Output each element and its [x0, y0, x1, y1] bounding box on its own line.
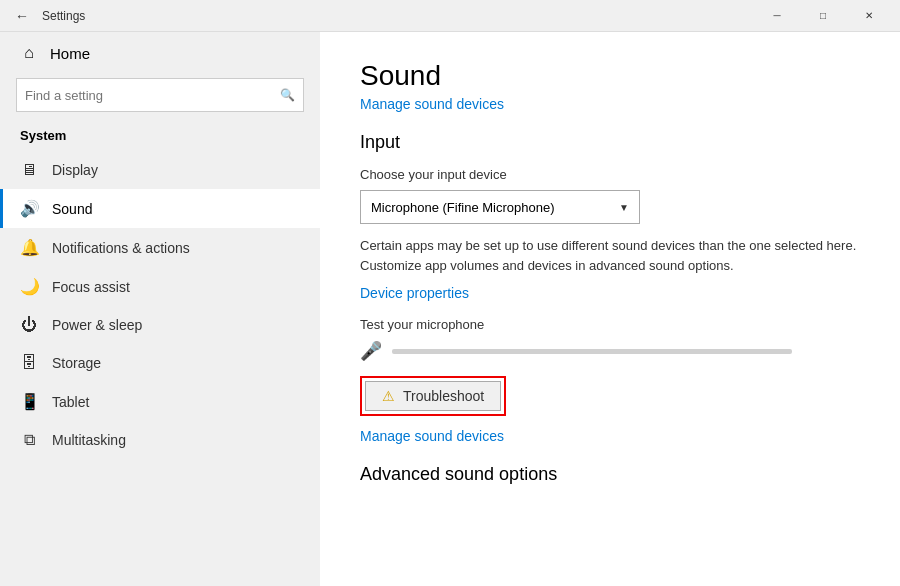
minimize-icon: ─ [773, 10, 780, 21]
microphone-icon: 🎤 [360, 340, 382, 362]
home-label: Home [50, 45, 90, 62]
info-text: Certain apps may be set up to use differ… [360, 236, 860, 275]
input-section-title: Input [360, 132, 860, 153]
power-sleep-icon: ⏻ [20, 316, 38, 334]
troubleshoot-button[interactable]: ⚠ Troubleshoot [365, 381, 501, 411]
input-device-dropdown[interactable]: Microphone (Fifine Microphone) ▼ [360, 190, 640, 224]
sidebar-item-display[interactable]: 🖥 Display [0, 151, 320, 189]
close-button[interactable]: ✕ [846, 0, 892, 32]
focus-assist-icon: 🌙 [20, 277, 38, 296]
sidebar-item-sound[interactable]: 🔊 Sound [0, 189, 320, 228]
test-microphone-label: Test your microphone [360, 317, 860, 332]
search-icon: 🔍 [280, 88, 295, 102]
troubleshoot-button-wrapper: ⚠ Troubleshoot [360, 376, 506, 416]
sidebar-item-power-sleep-label: Power & sleep [52, 317, 142, 333]
advanced-section-title: Advanced sound options [360, 464, 860, 485]
multitasking-icon: ⧉ [20, 431, 38, 449]
sidebar-item-display-label: Display [52, 162, 98, 178]
sidebar-item-notifications-label: Notifications & actions [52, 240, 190, 256]
search-input[interactable] [25, 88, 280, 103]
storage-icon: 🗄 [20, 354, 38, 372]
sidebar-home-button[interactable]: ⌂ Home [0, 32, 320, 74]
sidebar-item-multitasking[interactable]: ⧉ Multitasking [0, 421, 320, 459]
display-icon: 🖥 [20, 161, 38, 179]
sidebar-item-storage[interactable]: 🗄 Storage [0, 344, 320, 382]
warning-icon: ⚠ [382, 388, 395, 404]
home-icon: ⌂ [20, 44, 38, 62]
sidebar: ⌂ Home 🔍 System 🖥 Display 🔊 Sound 🔔 Noti… [0, 32, 320, 586]
manage-sound-devices-link-top[interactable]: Manage sound devices [360, 96, 860, 112]
sidebar-item-focus-assist[interactable]: 🌙 Focus assist [0, 267, 320, 306]
notifications-icon: 🔔 [20, 238, 38, 257]
sidebar-item-tablet[interactable]: 📱 Tablet [0, 382, 320, 421]
main-container: ⌂ Home 🔍 System 🖥 Display 🔊 Sound 🔔 Noti… [0, 32, 900, 586]
sidebar-item-tablet-label: Tablet [52, 394, 89, 410]
window-controls: ─ □ ✕ [754, 0, 892, 32]
close-icon: ✕ [865, 10, 873, 21]
content-area: Sound Manage sound devices Input Choose … [320, 32, 900, 586]
microphone-bar-container: 🎤 [360, 340, 860, 362]
dropdown-arrow-icon: ▼ [619, 202, 629, 213]
sound-icon: 🔊 [20, 199, 38, 218]
sidebar-item-focus-assist-label: Focus assist [52, 279, 130, 295]
tablet-icon: 📱 [20, 392, 38, 411]
system-section-title: System [0, 124, 320, 151]
manage-sound-devices-link-bottom[interactable]: Manage sound devices [360, 428, 860, 444]
input-device-select[interactable]: Microphone (Fifine Microphone) [371, 200, 619, 215]
minimize-button[interactable]: ─ [754, 0, 800, 32]
title-bar: ← Settings ─ □ ✕ [0, 0, 900, 32]
window-title: Settings [42, 9, 754, 23]
back-button[interactable]: ← [8, 2, 36, 30]
device-properties-link[interactable]: Device properties [360, 285, 860, 301]
microphone-level-bar [392, 349, 792, 354]
sidebar-item-power-sleep[interactable]: ⏻ Power & sleep [0, 306, 320, 344]
sidebar-item-storage-label: Storage [52, 355, 101, 371]
page-title: Sound [360, 60, 860, 92]
choose-device-label: Choose your input device [360, 167, 860, 182]
troubleshoot-button-label: Troubleshoot [403, 388, 484, 404]
maximize-icon: □ [820, 10, 826, 21]
sidebar-item-multitasking-label: Multitasking [52, 432, 126, 448]
sidebar-item-sound-label: Sound [52, 201, 92, 217]
sidebar-item-notifications[interactable]: 🔔 Notifications & actions [0, 228, 320, 267]
back-icon: ← [15, 8, 29, 24]
search-box: 🔍 [16, 78, 304, 112]
maximize-button[interactable]: □ [800, 0, 846, 32]
